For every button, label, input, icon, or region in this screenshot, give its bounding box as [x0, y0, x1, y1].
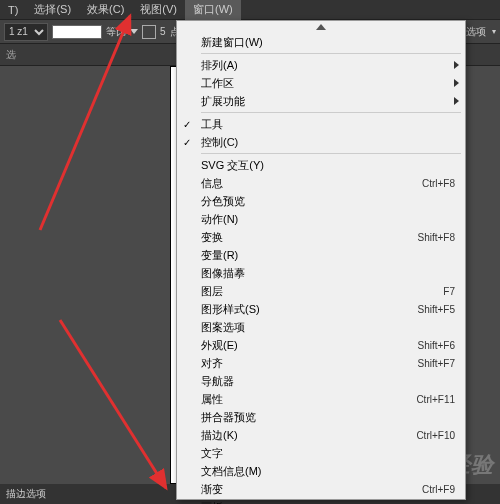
menu-item[interactable]: 图案选项 [177, 318, 465, 336]
menu-item-label: 控制(C) [201, 135, 455, 150]
menu-item-label: 画板 [201, 500, 455, 505]
menu-item[interactable]: 对齐Shift+F7 [177, 354, 465, 372]
window-menu-dropdown: 新建窗口(W)排列(A)工作区扩展功能✓工具✓控制(C)SVG 交互(Y)信息C… [176, 20, 466, 500]
check-icon: ✓ [183, 119, 191, 130]
menu-item-shortcut: Shift+F8 [417, 232, 455, 243]
menu-item[interactable]: 工作区 [177, 74, 465, 92]
menu-item[interactable]: ✓工具 [177, 115, 465, 133]
menu-item-label: 导航器 [201, 374, 455, 389]
tab-label[interactable]: 选 [6, 48, 16, 62]
menu-item-shortcut: Shift+F5 [417, 304, 455, 315]
menu-item[interactable]: 排列(A) [177, 56, 465, 74]
dropdown-arrow-icon[interactable] [130, 29, 138, 34]
submenu-arrow-icon [454, 97, 459, 105]
menu-item-label: 工作区 [201, 76, 455, 91]
main-menubar: T)选择(S)效果(C)视图(V)窗口(W) [0, 0, 500, 20]
menu-item[interactable]: 图形样式(S)Shift+F5 [177, 300, 465, 318]
menu-item-shortcut: F7 [443, 286, 455, 297]
status-text: 描边选项 [6, 487, 46, 501]
menu-item[interactable]: 属性Ctrl+F11 [177, 390, 465, 408]
menu-item[interactable]: 文字 [177, 444, 465, 462]
menu-item-label: 图案选项 [201, 320, 455, 335]
menu-item-label: 图像描摹 [201, 266, 455, 281]
menu-item-label: 工具 [201, 117, 455, 132]
shape-icon[interactable] [142, 25, 156, 39]
menu-separator [201, 153, 461, 154]
menu-item[interactable]: 变换Shift+F8 [177, 228, 465, 246]
menu-item[interactable]: 描边(K)Ctrl+F10 [177, 426, 465, 444]
menu-item-label: 描边(K) [201, 428, 416, 443]
menu-item[interactable]: 扩展功能 [177, 92, 465, 110]
menu-item[interactable]: 动作(N) [177, 210, 465, 228]
menu-item-label: 新建窗口(W) [201, 35, 455, 50]
menu-item-shortcut: Ctrl+F11 [416, 394, 455, 405]
menu-item-label: 变换 [201, 230, 417, 245]
chevron-down-icon[interactable]: ▾ [492, 27, 496, 36]
menu-item-shortcut: Shift+F6 [417, 340, 455, 351]
menu-separator [201, 112, 461, 113]
menu-scroll-up[interactable] [177, 21, 465, 33]
menu-item-label: 文字 [201, 446, 455, 461]
shape-num: 5 [160, 26, 166, 37]
menu-item-shortcut: Ctrl+F8 [422, 178, 455, 189]
menubar-item[interactable]: 窗口(W) [185, 0, 241, 20]
menu-item[interactable]: 导航器 [177, 372, 465, 390]
menu-item[interactable]: 外观(E)Shift+F6 [177, 336, 465, 354]
menu-item-label: 排列(A) [201, 58, 455, 73]
menu-item[interactable]: 图层F7 [177, 282, 465, 300]
menubar-item[interactable]: 视图(V) [132, 0, 185, 20]
menubar-item[interactable]: T) [0, 1, 26, 19]
menu-item[interactable]: ✓控制(C) [177, 133, 465, 151]
menu-item-label: 图形样式(S) [201, 302, 417, 317]
menu-item[interactable]: 新建窗口(W) [177, 33, 465, 51]
submenu-arrow-icon [454, 79, 459, 87]
submenu-arrow-icon [454, 61, 459, 69]
menubar-item[interactable]: 效果(C) [79, 0, 132, 20]
menu-item[interactable]: 渐变Ctrl+F9 [177, 480, 465, 498]
menu-item-shortcut: Shift+F7 [417, 358, 455, 369]
menu-item[interactable]: 画板 [177, 498, 465, 504]
menu-item-label: 属性 [201, 392, 416, 407]
menu-item[interactable]: 文档信息(M) [177, 462, 465, 480]
chevron-up-icon [316, 24, 326, 30]
menu-item-label: 信息 [201, 176, 422, 191]
menu-item-shortcut: Ctrl+F9 [422, 484, 455, 495]
menubar-item[interactable]: 选择(S) [26, 0, 79, 20]
menu-item[interactable]: 拼合器预览 [177, 408, 465, 426]
menu-item[interactable]: 信息Ctrl+F8 [177, 174, 465, 192]
menu-item-label: 对齐 [201, 356, 417, 371]
menu-item-label: 文档信息(M) [201, 464, 455, 479]
menu-item-shortcut: Ctrl+F10 [416, 430, 455, 441]
menu-item-label: 外观(E) [201, 338, 417, 353]
menu-item-label: 扩展功能 [201, 94, 455, 109]
menu-item[interactable]: 分色预览 [177, 192, 465, 210]
menu-item-label: 变量(R) [201, 248, 455, 263]
zoom-select[interactable]: 1 z1 [4, 23, 48, 41]
menu-item[interactable]: 图像描摹 [177, 264, 465, 282]
menu-item-label: 拼合器预览 [201, 410, 455, 425]
menu-item-label: 渐变 [201, 482, 422, 497]
stroke-preview[interactable] [52, 25, 102, 39]
menu-item[interactable]: SVG 交互(Y) [177, 156, 465, 174]
check-icon: ✓ [183, 137, 191, 148]
menu-item[interactable]: 变量(R) [177, 246, 465, 264]
menu-item-label: 分色预览 [201, 194, 455, 209]
menu-separator [201, 53, 461, 54]
stroke-mode-label: 等比 [106, 25, 126, 39]
menu-item-label: 动作(N) [201, 212, 455, 227]
menu-item-label: 图层 [201, 284, 443, 299]
menu-item-label: SVG 交互(Y) [201, 158, 455, 173]
